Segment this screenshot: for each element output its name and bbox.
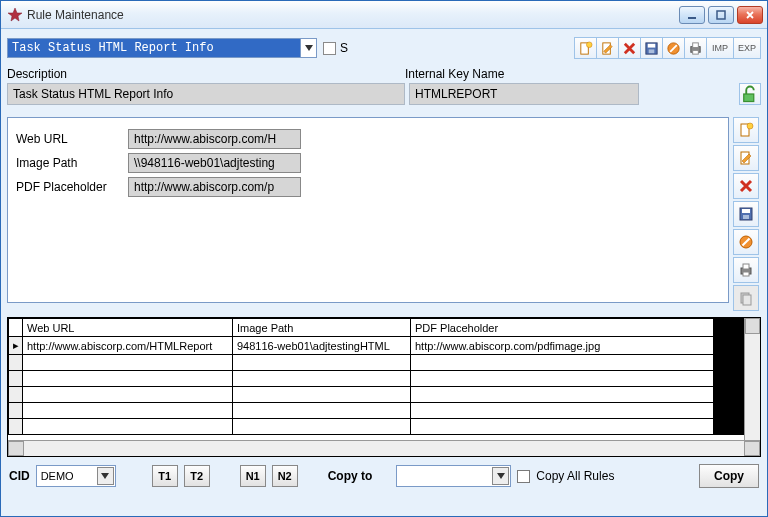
- side-save-button[interactable]: [733, 201, 759, 227]
- dropdown-arrow-icon[interactable]: [97, 467, 114, 485]
- editor-area: Web URL http://www.abiscorp.com/H Image …: [7, 117, 761, 311]
- pdf-placeholder-input[interactable]: http://www.abiscorp.com/p: [128, 177, 301, 197]
- svg-rect-20: [743, 215, 749, 219]
- t2-button[interactable]: T2: [184, 465, 210, 487]
- grid-header-pdf[interactable]: PDF Placeholder: [411, 319, 714, 337]
- pdf-placeholder-label: PDF Placeholder: [16, 180, 128, 194]
- internal-key-input[interactable]: HTMLREPORT: [409, 83, 639, 105]
- svg-rect-2: [717, 11, 725, 19]
- import-button[interactable]: IMP: [706, 37, 734, 59]
- web-url-input[interactable]: http://www.abiscorp.com/H: [128, 129, 301, 149]
- row-marker-icon: ▸: [9, 337, 23, 355]
- app-icon: [7, 7, 23, 23]
- grid-cell-weburl[interactable]: http://www.abiscorp.com/HTMLReport: [23, 337, 233, 355]
- rule-dropdown[interactable]: Task Status HTML Report Info: [7, 38, 317, 58]
- svg-point-4: [586, 41, 592, 47]
- svg-rect-12: [693, 42, 699, 47]
- close-button[interactable]: [737, 6, 763, 24]
- copyto-label: Copy to: [328, 469, 373, 483]
- internal-key-label: Internal Key Name: [405, 67, 761, 81]
- svg-marker-0: [8, 8, 22, 21]
- grid-row[interactable]: ▸ http://www.abiscorp.com/HTMLReport 948…: [9, 337, 760, 355]
- vertical-scrollbar[interactable]: [744, 318, 760, 440]
- lock-button[interactable]: [739, 83, 761, 105]
- field-inputs-row: Task Status HTML Report Info HTMLREPORT: [7, 83, 761, 105]
- titlebar: Rule Maintenance: [1, 1, 767, 29]
- s-label: S: [340, 41, 348, 55]
- svg-rect-24: [743, 264, 749, 269]
- unlock-icon: [740, 84, 760, 104]
- n1-button[interactable]: N1: [240, 465, 266, 487]
- copyto-dropdown[interactable]: [396, 465, 511, 487]
- field-labels-row: Description Internal Key Name: [7, 67, 761, 81]
- print-button[interactable]: [684, 37, 707, 59]
- side-delete-button[interactable]: [733, 173, 759, 199]
- grid-cell-pdf[interactable]: http://www.abiscorp.com/pdfimage.jpg: [411, 337, 714, 355]
- rules-grid[interactable]: Web URL Image Path PDF Placeholder ▸ htt…: [7, 317, 761, 457]
- cid-label: CID: [9, 469, 30, 483]
- minimize-button[interactable]: [679, 6, 705, 24]
- n2-button[interactable]: N2: [272, 465, 298, 487]
- dropdown-arrow-icon[interactable]: [492, 467, 509, 485]
- image-path-input[interactable]: \\948116-web01\adjtesting: [128, 153, 301, 173]
- maximize-button[interactable]: [708, 6, 734, 24]
- side-toolbar: [733, 117, 761, 311]
- dropdown-arrow-icon[interactable]: [300, 38, 317, 58]
- save-button[interactable]: [640, 37, 663, 59]
- image-path-label: Image Path: [16, 156, 128, 170]
- cid-value: DEMO: [41, 470, 74, 482]
- cid-dropdown[interactable]: DEMO: [36, 465, 116, 487]
- scroll-left-icon[interactable]: [8, 441, 24, 456]
- rule-maintenance-window: Rule Maintenance Task Status HTML Report…: [0, 0, 768, 517]
- top-toolbar: IMP EXP: [574, 37, 761, 59]
- description-input[interactable]: Task Status HTML Report Info: [7, 83, 405, 105]
- svg-rect-13: [693, 50, 699, 54]
- delete-button[interactable]: [618, 37, 641, 59]
- grid-header-row: Web URL Image Path PDF Placeholder: [9, 319, 760, 337]
- svg-rect-14: [744, 94, 754, 102]
- side-cancel-button[interactable]: [733, 229, 759, 255]
- grid-cell-imagepath[interactable]: 948116-web01\adjtestingHTML: [233, 337, 411, 355]
- cancel-button[interactable]: [662, 37, 685, 59]
- svg-rect-27: [743, 295, 751, 305]
- grid-area: Web URL Image Path PDF Placeholder ▸ htt…: [7, 317, 761, 457]
- export-button[interactable]: EXP: [733, 37, 761, 59]
- scroll-up-icon[interactable]: [745, 318, 760, 334]
- grid-header-weburl[interactable]: Web URL: [23, 319, 233, 337]
- new-button[interactable]: [574, 37, 597, 59]
- rule-dropdown-text: Task Status HTML Report Info: [7, 38, 300, 58]
- side-copy-button[interactable]: [733, 285, 759, 311]
- t1-button[interactable]: T1: [152, 465, 178, 487]
- content-area: Task Status HTML Report Info S IMP EXP D…: [1, 29, 767, 516]
- grid-header-imagepath[interactable]: Image Path: [233, 319, 411, 337]
- description-label: Description: [7, 67, 405, 81]
- edit-button[interactable]: [596, 37, 619, 59]
- window-title: Rule Maintenance: [27, 8, 676, 22]
- copy-all-label: Copy All Rules: [536, 469, 614, 483]
- bottombar: CID DEMO T1 T2 N1 N2 Copy to Copy All Ru…: [7, 461, 761, 491]
- svg-rect-1: [688, 17, 696, 19]
- editor-frame: Web URL http://www.abiscorp.com/H Image …: [7, 117, 729, 303]
- scroll-right-icon[interactable]: [744, 441, 760, 456]
- copy-all-checkbox[interactable]: [517, 470, 530, 483]
- side-edit-button[interactable]: [733, 145, 759, 171]
- svg-rect-25: [743, 272, 749, 276]
- svg-rect-7: [648, 43, 656, 47]
- svg-rect-8: [649, 49, 655, 53]
- svg-point-16: [747, 123, 753, 129]
- copy-button[interactable]: Copy: [699, 464, 759, 488]
- horizontal-scrollbar[interactable]: [8, 440, 760, 456]
- s-checkbox[interactable]: [323, 42, 336, 55]
- svg-rect-19: [742, 209, 750, 213]
- web-url-label: Web URL: [16, 132, 128, 146]
- side-print-button[interactable]: [733, 257, 759, 283]
- topbar: Task Status HTML Report Info S IMP EXP: [7, 35, 761, 61]
- side-new-button[interactable]: [733, 117, 759, 143]
